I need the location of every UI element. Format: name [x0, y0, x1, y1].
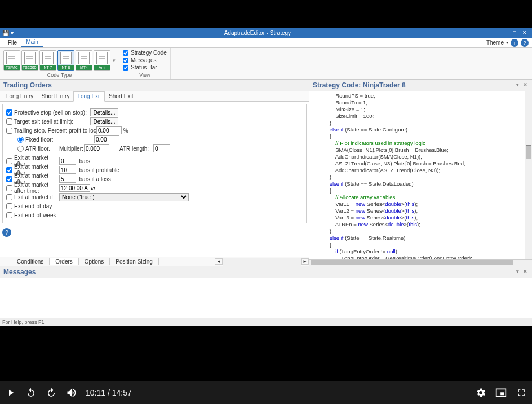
messages-dropdown-icon[interactable]: ▾ — [514, 269, 521, 275]
pip-button[interactable] — [495, 387, 507, 399]
trailing-stop-checkbox[interactable] — [6, 128, 12, 134]
atr-length-value[interactable] — [153, 144, 170, 152]
exit-after-prof-value[interactable] — [59, 166, 76, 174]
code-vscroll[interactable] — [525, 91, 532, 259]
exit-after-time-label: Exit at market after time: — [14, 182, 59, 194]
exit-after-time-value[interactable] — [59, 184, 90, 192]
codetype-group-label: Code Type — [3, 72, 116, 78]
bars-prof-label: bars if profitable — [79, 167, 119, 173]
time-spinner-icon[interactable]: ▴▾ — [91, 186, 95, 191]
settings-button[interactable] — [475, 387, 487, 399]
play-button[interactable] — [5, 387, 17, 399]
fullscreen-button[interactable] — [515, 387, 527, 399]
exit-after-bars-value[interactable] — [59, 157, 76, 165]
menubar: File Main Theme ▾ i ? — [0, 38, 532, 48]
theme-label[interactable]: Theme — [486, 39, 504, 46]
code-hscroll[interactable] — [309, 259, 532, 266]
btab-options[interactable]: Options — [79, 258, 110, 265]
maximize-button[interactable]: □ — [509, 30, 520, 36]
ribbon-code-type-group: TS/MC TS2000i NT 7 NT 8 MT4 Ami ▾ Code T… — [0, 48, 119, 79]
target-exit-checkbox[interactable] — [6, 118, 12, 125]
exit-after-loss-value[interactable] — [59, 175, 76, 183]
replay-button[interactable] — [25, 387, 37, 399]
app-window: 💾 ▾ AdaptradeEditor - Strategy — □ ✕ Fil… — [0, 28, 532, 326]
trailing-stop-label: Trailing stop. Percent profit to lock in… — [14, 128, 96, 134]
menu-main[interactable]: Main — [21, 38, 43, 47]
code-panel-dropdown-icon[interactable]: ▾ — [514, 82, 521, 89]
protective-stop-checkbox[interactable] — [6, 109, 12, 116]
scroll-left-icon[interactable]: ◄ — [215, 258, 223, 265]
target-exit-details-button[interactable]: Details... — [90, 117, 118, 125]
video-controls: 10:11 / 14:57 — [0, 381, 532, 404]
trailing-stop-value[interactable] — [96, 126, 122, 134]
exit-eod-checkbox[interactable] — [6, 203, 12, 209]
multiplier-label: Multiplier: — [59, 146, 84, 152]
exit-eow-checkbox[interactable] — [6, 212, 12, 218]
tab-long-exit[interactable]: Long Exit — [73, 91, 105, 102]
view-strategy-code-checkbox[interactable] — [123, 50, 128, 56]
save-icon[interactable]: 💾 ▾ — [2, 30, 14, 36]
exit-eod-label: Exit end-of-day — [14, 203, 52, 209]
exit-if-select[interactable]: None ("true") — [59, 193, 189, 201]
tab-long-entry[interactable]: Long Entry — [2, 91, 37, 101]
theme-dropdown-icon[interactable]: ▾ — [506, 40, 508, 45]
protective-stop-details-button[interactable]: Details... — [90, 108, 118, 116]
codetype-mt4[interactable]: MT4 — [76, 50, 92, 71]
codetype-nt7[interactable]: NT 7 — [39, 50, 56, 71]
view-messages-label: Messages — [131, 57, 157, 63]
orders-subtabs: Long Entry Short Entry Long Exit Short E… — [0, 91, 309, 102]
btab-conditions[interactable]: Conditions — [11, 258, 50, 265]
exit-if-label: Exit at market if — [14, 194, 59, 200]
codetype-more-icon[interactable]: ▾ — [113, 58, 116, 63]
exit-after-bars-checkbox[interactable] — [6, 158, 12, 164]
btab-position-sizing[interactable]: Position Sizing — [110, 258, 159, 265]
menu-file[interactable]: File — [3, 38, 21, 47]
codetype-ami[interactable]: Ami — [94, 50, 110, 71]
titlebar: 💾 ▾ AdaptradeEditor - Strategy — □ ✕ — [0, 28, 532, 38]
panel-help-icon[interactable]: ? — [2, 228, 11, 237]
protective-stop-label: Protective stop (sell on stop): — [14, 109, 90, 116]
fixed-floor-radio[interactable] — [17, 137, 24, 143]
view-status-bar-label: Status Bar — [131, 64, 157, 71]
help2-icon[interactable]: ? — [521, 39, 529, 47]
scroll-right-icon[interactable]: ► — [301, 258, 309, 265]
messages-title: Messages ▾✕ — [0, 266, 532, 278]
view-status-bar-checkbox[interactable] — [123, 65, 128, 71]
ribbon-view-group: Strategy Code Messages Status Bar View — [119, 48, 171, 79]
code-area[interactable]: RoundPS = true; RoundTo = 1; MinSize = 1… — [309, 91, 532, 259]
status-bar: For Help, press F1 — [0, 318, 532, 326]
codetype-ts2000i[interactable]: TS2000i — [21, 50, 38, 71]
exit-after-prof-checkbox[interactable] — [6, 167, 12, 173]
view-strategy-code-label: Strategy Code — [131, 50, 167, 56]
multiplier-value[interactable] — [84, 144, 109, 152]
bars-loss-label: bars if a loss — [79, 176, 111, 182]
video-time: 10:11 / 14:57 — [86, 388, 132, 397]
code-panel-close-icon[interactable]: ✕ — [522, 82, 529, 89]
bottom-tabs: Conditions Orders Options Position Sizin… — [0, 257, 309, 266]
btab-orders[interactable]: Orders — [50, 258, 79, 265]
minimize-button[interactable]: — — [499, 30, 509, 36]
view-group-label: View — [123, 72, 167, 78]
volume-button[interactable] — [65, 387, 78, 399]
messages-close-icon[interactable]: ✕ — [522, 269, 529, 275]
tab-short-entry[interactable]: Short Entry — [37, 91, 73, 101]
ribbon: TS/MC TS2000i NT 7 NT 8 MT4 Ami ▾ Code T… — [0, 48, 532, 80]
code-panel-title: Strategy Code: NinjaTrader 8 ▾✕ — [309, 80, 532, 91]
exit-after-time-checkbox[interactable] — [6, 185, 12, 191]
exit-if-checkbox[interactable] — [6, 194, 12, 200]
trading-orders-title: Trading Orders — [0, 80, 309, 91]
help-icon[interactable]: i — [511, 39, 518, 47]
atr-floor-radio[interactable] — [17, 146, 24, 152]
exit-after-loss-checkbox[interactable] — [6, 176, 12, 182]
codetype-tsmc[interactable]: TS/MC — [3, 50, 20, 71]
codetype-nt8[interactable]: NT 8 — [57, 50, 74, 71]
close-button[interactable]: ✕ — [520, 30, 530, 36]
exit-eow-label: Exit end-of-week — [14, 212, 56, 218]
messages-panel: Messages ▾✕ — [0, 266, 532, 318]
fixed-floor-value[interactable] — [94, 135, 119, 143]
tab-short-exit[interactable]: Short Exit — [105, 91, 137, 101]
atr-length-label: ATR length: — [119, 146, 153, 152]
view-messages-checkbox[interactable] — [123, 58, 128, 63]
forward-button[interactable] — [45, 387, 57, 399]
messages-body — [0, 278, 532, 318]
